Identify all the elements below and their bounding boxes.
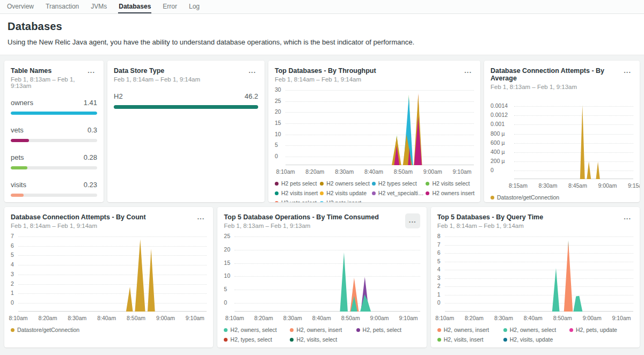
chart-series-canvas [235,236,420,312]
legend-item[interactable]: H2 owners insert [426,190,474,196]
legend-label: H2, owners, insert [296,327,342,333]
card-menu-button[interactable]: ... [405,213,420,228]
card-header: Data Store Type Feb 1, 8:14am – Feb 1, 9… [114,67,258,83]
tab-databases[interactable]: Databases [118,0,151,13]
x-axis-tick: 9:10am [399,315,418,321]
y-axis-tick: 25 [275,98,281,104]
card-time-range: Feb 1, 8:13am – Feb 1, 9:13am [224,223,379,229]
x-axis-tick: 9:00am [156,315,175,321]
y-axis-tick: 3 [437,275,441,281]
legend-item[interactable]: H2 pets select [275,180,318,187]
card-menu-button[interactable]: ... [195,213,207,221]
card-header: Top Databases - By Throughput Feb 1, 8:1… [275,67,474,83]
card-header: Table Names Feb 1, 8:13am – Feb 1, 9:13a… [11,67,97,89]
x-axis-tick: 8:40am [524,315,543,321]
legend-item[interactable]: Datastore/getConnection [491,194,633,201]
card-header: Database Connection Attempts - By Averag… [491,67,633,90]
page-description: Using the New Relic Java agent, you have… [8,38,636,46]
tab-overview[interactable]: Overview [6,0,34,13]
bar-label: H2 [114,92,123,100]
dashboard-row-2: Database Connection Attempts - By Count … [4,207,640,347]
tab-jvms[interactable]: JVMs [90,0,107,13]
operations-time-area-chart: 25201510508:10am8:20am8:30am8:40am8:50am… [224,236,420,321]
legend-item[interactable]: H2, owners, select [224,327,288,333]
legend-dot-icon [320,201,324,203]
bar-fill [11,166,27,169]
legend-item[interactable]: H2, pets, update [569,327,633,333]
y-axis-tick: 5 [224,286,227,292]
tab-error[interactable]: Error [162,0,178,13]
card-time-range: Feb 1, 8:14am – Feb 1, 9:14am [275,76,376,83]
x-axis-tick: 8:50am [127,315,145,321]
x-axis-tick: 8:45am [568,182,587,189]
legend-label: H2 visits insert [281,190,318,196]
legend-dot-icon [320,191,324,195]
series-h2-owners-select [340,253,371,312]
chart-legend: Datastore/getConnection [11,327,207,333]
legend-item[interactable]: H2, visits, select [290,336,354,343]
bar-fill [11,139,29,142]
legend-dot-icon [275,182,279,186]
card-menu-button[interactable]: ... [621,67,633,75]
card-menu-button[interactable]: ... [621,213,633,221]
legend-dot-icon [224,338,228,342]
x-axis-tick: 8:20am [465,315,484,321]
legend-label: H2, owners, select [510,327,556,333]
page-title: Databases [8,20,636,33]
plot-area: 0.00140.00120.001800 µ600 µ400 µ200 µ0 [514,104,633,179]
legend-item[interactable]: H2, owners, insert [290,327,354,333]
y-axis-tick: 0 [437,299,441,306]
bar-fill [11,194,24,197]
card-time-range: Feb 1, 8:13am – Feb 1, 9:13am [491,84,621,90]
card-header: Top 5 Database Operations - By Time Cons… [224,213,420,229]
chart-series-canvas [445,236,633,312]
legend-label: H2 vets select [281,199,317,202]
legend-item[interactable]: H2, pets, select [356,327,420,333]
legend-item[interactable]: H2, types, select [224,336,288,343]
bar-row: vets0.3 [11,126,97,142]
tab-log[interactable]: Log [188,0,200,13]
x-axis: 8:10am8:20am8:30am8:40am8:50am9:00am9:10… [445,312,633,321]
card-time-range: Feb 1, 8:14am – Feb 1, 9:14am [437,223,544,229]
legend-item[interactable]: H2 visits update [320,190,370,196]
card-menu-button[interactable]: ... [462,67,474,75]
legend-item[interactable]: H2 owners select [320,180,370,187]
x-axis-tick: 8:20am [38,315,57,321]
chart-legend: H2, owners, selectH2, owners, insertH2, … [224,327,420,343]
legend-item[interactable]: H2 visits insert [275,190,318,196]
card-top5-operations-time: Top 5 Database Operations - By Time Cons… [217,207,426,347]
x-axis-tick: 9:15am [628,182,640,189]
tab-transaction[interactable]: Transaction [45,0,79,13]
legend-item[interactable]: H2 visits select [426,180,474,187]
bar-row: owners1.41 [11,99,97,115]
y-axis-tick: 4 [437,266,441,272]
bar-label: vets [11,126,24,134]
legend-item[interactable]: H2, visits, insert [437,336,501,343]
legend-item[interactable]: H2 vet_specialti… [372,190,424,196]
x-axis-tick: 8:30am [538,182,557,189]
card-time-range: Feb 1, 8:13am – Feb 1, 9:13am [11,76,85,89]
legend-dot-icon [320,182,324,186]
legend-item[interactable]: H2, visits, update [503,336,567,343]
card-menu-button[interactable]: ... [85,67,97,75]
legend-item[interactable]: H2, owners, select [503,327,567,333]
plot-area: 302520151050 [286,90,474,165]
legend-item[interactable]: H2 vets select [275,199,318,202]
card-table-names: Table Names Feb 1, 8:13am – Feb 1, 9:13a… [4,61,104,202]
x-axis-tick: 8:50am [341,315,360,321]
card-conn-attempts-count: Database Connection Attempts - By Count … [4,207,213,347]
legend-item[interactable]: Datastore/getConnection [11,327,207,333]
legend-label: H2 owners insert [432,190,474,196]
legend-label: Datastore/getConnection [497,194,559,201]
card-menu-button[interactable]: ... [246,67,258,75]
y-axis-tick: 2 [437,283,441,289]
bar-value: 46.2 [245,92,258,100]
legend-dot-icon [224,328,228,332]
legend-label: H2, visits, select [296,336,337,343]
legend-item[interactable]: H2 types select [372,180,424,187]
legend-item[interactable]: H2 pets insert [320,199,370,202]
legend-dot-icon [275,191,279,195]
legend-item[interactable]: H2, owners, insert [437,327,501,333]
plot-area: 2520151050 [235,236,420,312]
card-top-databases-throughput: Top Databases - By Throughput Feb 1, 8:1… [268,61,480,202]
